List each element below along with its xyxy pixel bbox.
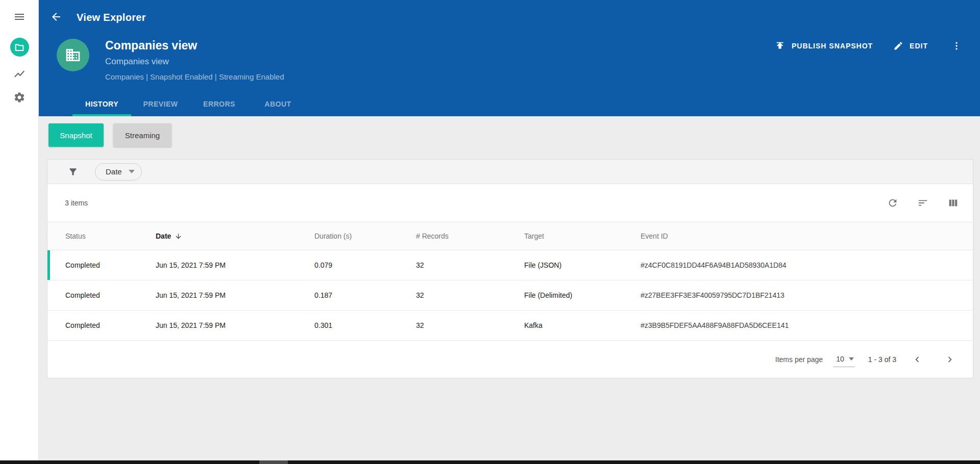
column-header-records[interactable]: # Records: [416, 232, 524, 240]
chevron-left-icon: [912, 354, 923, 365]
cell-status: Completed: [65, 321, 156, 329]
cell-duration: 0.079: [314, 261, 416, 269]
filter-button[interactable]: [68, 167, 78, 177]
menu-button[interactable]: [0, 11, 39, 23]
cell-target: File (JSON): [524, 261, 641, 269]
publish-snapshot-label: PUBLISH SNAPSHOT: [792, 42, 873, 50]
history-type-toggle: Snapshot Streaming: [48, 123, 172, 147]
hamburger-icon: [13, 11, 26, 23]
cell-target: File (Delimited): [524, 291, 641, 299]
sort-desc-icon: [175, 233, 182, 240]
cell-status: Completed: [65, 261, 156, 269]
previous-page-button[interactable]: [912, 354, 923, 365]
cell-duration: 0.301: [314, 321, 416, 329]
filter-bar: Date: [47, 160, 973, 184]
tab-preview[interactable]: PREVIEW: [131, 92, 190, 116]
table-header-row: Status Date Duration (s) # Records Targe…: [47, 222, 973, 250]
sidebar-item-settings[interactable]: [0, 91, 39, 104]
edit-label: EDIT: [910, 42, 928, 50]
date-filter-dropdown[interactable]: Date: [95, 163, 142, 181]
cell-records: 32: [416, 261, 524, 269]
column-header-duration[interactable]: Duration (s): [314, 232, 416, 240]
date-filter-label: Date: [106, 167, 122, 176]
history-panel: Date 3 items Status Date: [47, 159, 973, 378]
cell-date: Jun 15, 2021 7:59 PM: [156, 291, 314, 299]
gear-icon: [13, 91, 26, 104]
streaming-toggle-button[interactable]: Streaming: [113, 123, 172, 147]
cell-duration: 0.187: [314, 291, 416, 299]
column-header-target[interactable]: Target: [524, 232, 641, 240]
snapshot-toggle-button[interactable]: Snapshot: [48, 123, 104, 147]
cell-date: Jun 15, 2021 7:59 PM: [156, 261, 314, 269]
edit-button[interactable]: EDIT: [893, 41, 928, 51]
sort-lines-icon: [917, 197, 928, 209]
items-toolbar: 3 items: [47, 184, 973, 222]
sidebar-item-metrics[interactable]: [0, 68, 39, 80]
table-row[interactable]: Completed Jun 15, 2021 7:59 PM 0.301 32 …: [47, 311, 973, 341]
cell-status: Completed: [65, 291, 156, 299]
caret-down-icon: [129, 170, 135, 173]
columns-button[interactable]: [947, 197, 959, 209]
pencil-icon: [893, 41, 903, 51]
view-title: Companies view: [105, 39, 197, 53]
cell-date: Jun 15, 2021 7:59 PM: [156, 321, 314, 329]
sort-button[interactable]: [917, 197, 928, 209]
sidebar-item-views[interactable]: [0, 38, 39, 57]
line-chart-icon: [13, 68, 26, 80]
page-header: View Explorer Companies view Companies v…: [39, 0, 980, 116]
tab-history[interactable]: HISTORY: [72, 92, 131, 116]
view-subtitle: Companies view: [105, 57, 169, 67]
pagination-bar: Items per page 10 1 - 3 of 3: [47, 341, 973, 378]
sidebar: [0, 0, 39, 460]
next-page-button[interactable]: [944, 354, 955, 365]
page-range: 1 - 3 of 3: [868, 355, 896, 364]
columns-icon: [947, 197, 959, 209]
tab-about[interactable]: ABOUT: [249, 92, 307, 116]
funnel-icon: [68, 167, 78, 177]
column-header-date[interactable]: Date: [156, 232, 314, 240]
scrollbar-thumb[interactable]: [259, 460, 288, 464]
more-options-button[interactable]: [951, 41, 962, 51]
upload-icon: [774, 40, 786, 51]
cell-event-id: #z4CF0C8191DD44F6A94B1AD58930A1D84: [641, 261, 973, 269]
back-button[interactable]: [50, 11, 62, 23]
chevron-right-icon: [944, 354, 955, 365]
refresh-icon: [887, 197, 898, 209]
items-count: 3 items: [65, 199, 88, 207]
table-row[interactable]: Completed Jun 15, 2021 7:59 PM 0.079 32 …: [47, 250, 973, 280]
folder-icon: [10, 38, 29, 57]
arrow-left-icon: [50, 11, 62, 23]
kebab-icon: [951, 41, 962, 51]
building-icon: [65, 47, 81, 63]
cell-records: 32: [416, 321, 524, 329]
cell-event-id: #z27BEE3FF3E3F40059795DC7D1BF21413: [641, 291, 973, 299]
horizontal-scrollbar[interactable]: [0, 460, 980, 464]
page-size-value: 10: [836, 355, 844, 363]
page-size-select[interactable]: 10: [833, 352, 855, 367]
column-header-event-id[interactable]: Event ID: [641, 232, 973, 240]
publish-snapshot-button[interactable]: PUBLISH SNAPSHOT: [774, 40, 873, 51]
column-header-status[interactable]: Status: [65, 232, 156, 240]
tab-errors[interactable]: ERRORS: [190, 92, 249, 116]
refresh-button[interactable]: [887, 197, 898, 209]
avatar: [57, 39, 89, 71]
header-actions: PUBLISH SNAPSHOT EDIT: [774, 38, 962, 54]
view-meta: Companies | Snapshot Enabled | Streaming…: [105, 72, 284, 81]
cell-event-id: #z3B9B5FDEF5AA488F9A88FDA5D6CEE141: [641, 321, 973, 329]
main-content: Snapshot Streaming Date 3 items: [39, 116, 980, 460]
caret-down-icon: [849, 357, 854, 360]
tab-bar: HISTORY PREVIEW ERRORS ABOUT: [72, 92, 307, 116]
cell-records: 32: [416, 291, 524, 299]
table-row[interactable]: Completed Jun 15, 2021 7:59 PM 0.187 32 …: [47, 280, 973, 311]
cell-target: Kafka: [524, 321, 641, 329]
page-title: View Explorer: [77, 12, 146, 23]
items-per-page-label: Items per page: [775, 355, 823, 364]
